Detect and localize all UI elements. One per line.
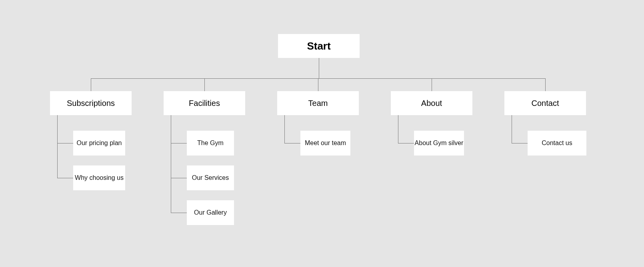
section-label: Subscriptions (67, 99, 115, 108)
leaf-node: Meet our team (300, 131, 350, 155)
leaf-node: The Gym (187, 131, 234, 155)
leaf-label: Meet our team (305, 139, 346, 147)
section-node-facilities: Facilities (164, 91, 245, 115)
leaf-label: Why choosing us (75, 174, 124, 181)
root-label: Start (307, 40, 330, 52)
section-label: Team (308, 99, 328, 108)
leaf-label: Our pricing plan (77, 139, 122, 147)
section-label: Facilities (189, 99, 220, 108)
section-node-team: Team (277, 91, 359, 115)
leaf-label: The Gym (197, 139, 224, 147)
sitemap-diagram: Start Subscriptions Facilities Team Abou… (0, 0, 644, 267)
section-label: Contact (532, 99, 559, 108)
leaf-label: Contact us (542, 139, 572, 147)
section-node-contact: Contact (504, 91, 586, 115)
leaf-node: Our Gallery (187, 200, 234, 225)
leaf-node: Why choosing us (73, 165, 125, 190)
leaf-label: Our Services (192, 174, 229, 181)
leaf-label: About Gym silver (415, 139, 464, 147)
section-node-about: About (391, 91, 472, 115)
leaf-node: About Gym silver (414, 131, 464, 155)
section-node-subscriptions: Subscriptions (50, 91, 132, 115)
leaf-node: Our Services (187, 165, 234, 190)
leaf-label: Our Gallery (194, 209, 227, 216)
leaf-node: Our pricing plan (73, 131, 125, 155)
leaf-node: Contact us (528, 131, 586, 155)
root-node-start: Start (278, 34, 360, 58)
section-label: About (421, 99, 442, 108)
